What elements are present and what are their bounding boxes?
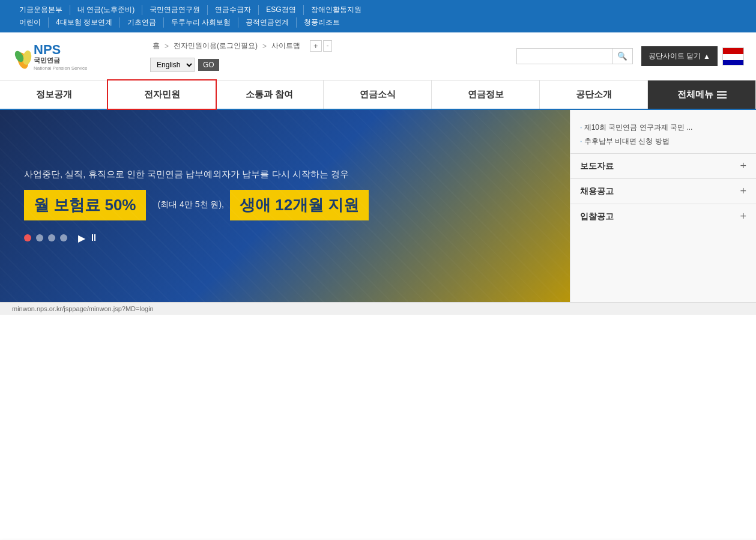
all-menu-label: 전체메뉴 bbox=[677, 89, 713, 100]
font-controls: + - bbox=[307, 40, 334, 52]
sidebar-section-recruit[interactable]: 채용공고 + bbox=[570, 178, 756, 204]
banner-pause-btn[interactable]: ⏸ bbox=[89, 232, 98, 244]
top-link-11[interactable]: 공적연금연계 bbox=[238, 17, 297, 28]
nav-item-eminjeon[interactable]: 전자민원 bbox=[107, 79, 217, 110]
font-size-minus-btn[interactable]: - bbox=[323, 40, 333, 52]
banner-highlight2: 생애 12개월 지원 bbox=[230, 190, 369, 220]
banner-highlight1: 월 보험료 50% bbox=[24, 190, 146, 220]
font-size-plus-btn[interactable]: + bbox=[310, 40, 322, 52]
nav-item-pension[interactable]: 연금정보 bbox=[432, 80, 540, 109]
sidebar-news-item-1[interactable]: 제10회 국민연금 연구과제 국민 ... bbox=[580, 121, 746, 135]
content-area: 사업중단, 실직, 휴직으로 인한 국민연금 납부예외자가 납부를 다시 시작하… bbox=[0, 110, 756, 302]
sidebar-section-press[interactable]: 보도자료 + bbox=[570, 153, 756, 178]
breadcrumb-login[interactable]: 전자민원이용(로그인필요) bbox=[171, 41, 260, 51]
sidebar-section-bid-title: 입찰공고 bbox=[580, 211, 614, 222]
banner-dots: ▶ ⏸ bbox=[24, 232, 546, 244]
banner-play-btn[interactable]: ▶ bbox=[78, 232, 85, 244]
banner-dot-4[interactable] bbox=[60, 234, 67, 241]
status-url: minwon.nps.or.kr/jsppage/minwon.jsp?MD=l… bbox=[12, 305, 154, 312]
nps-logo: NPS 국민연금 National Pension Service bbox=[12, 40, 108, 73]
top-link-5[interactable]: ESG경영 bbox=[259, 5, 303, 15]
top-link-9[interactable]: 기초연금 bbox=[120, 17, 164, 28]
nav-item-news[interactable]: 연금소식 bbox=[324, 80, 432, 109]
sidebar-news-section: 제10회 국민연금 연구과제 국민 ... 추후납부 비대면 신청 방법 bbox=[570, 116, 756, 153]
top-link-1[interactable]: 기금운용본부 bbox=[12, 5, 70, 15]
search-input[interactable] bbox=[516, 48, 612, 64]
close-site-label: 공단사이트 닫기 bbox=[649, 51, 701, 61]
nav-item-comm[interactable]: 소통과 참여 bbox=[216, 80, 324, 109]
svg-text:NPS: NPS bbox=[34, 42, 61, 57]
breadcrumb: 홈 > 전자민원이용(로그인필요) > 사이트맵 + - bbox=[150, 40, 504, 52]
top-bar-row2: 어린이 4대보험 정보연계 기초연금 두루누리 사회보험 공적연금연계 청풍리조… bbox=[12, 16, 744, 29]
nav-item-all[interactable]: 전체메뉴 bbox=[648, 80, 756, 109]
top-bar-row1: 기금운용본부 내 연금(노후준비) 국민연금연구원 연금수급자 ESG경영 장애… bbox=[12, 4, 744, 16]
status-bar: minwon.nps.or.kr/jsppage/minwon.jsp?MD=l… bbox=[0, 302, 756, 315]
logo-area: NPS 국민연금 National Pension Service bbox=[12, 40, 144, 73]
banner-dot-1[interactable] bbox=[24, 234, 31, 241]
sidebar-section-bid[interactable]: 입찰공고 + bbox=[570, 204, 756, 229]
top-link-7[interactable]: 어린이 bbox=[12, 17, 49, 28]
banner-area: 사업중단, 실직, 휴직으로 인한 국민연금 납부예외자가 납부를 다시 시작하… bbox=[0, 110, 570, 302]
sidebar-section-recruit-plus: + bbox=[740, 185, 746, 198]
top-link-2[interactable]: 내 연금(노후준비) bbox=[70, 5, 142, 15]
sidebar: 제10회 국민연금 연구과제 국민 ... 추후납부 비대면 신청 방법 보도자… bbox=[570, 110, 756, 302]
search-area: 🔍 bbox=[516, 48, 633, 64]
close-site-button[interactable]: 공단사이트 닫기 ▲ bbox=[641, 46, 718, 66]
sidebar-section-recruit-title: 채용공고 bbox=[580, 186, 614, 197]
sidebar-section-press-title: 보도자료 bbox=[580, 161, 614, 172]
flag-icon bbox=[722, 47, 744, 65]
top-bar: 기금운용본부 내 연금(노후준비) 국민연금연구원 연금수급자 ESG경영 장애… bbox=[0, 0, 756, 32]
top-link-3[interactable]: 국민연금연구원 bbox=[142, 5, 208, 15]
language-select[interactable]: English 한국어 bbox=[150, 58, 195, 72]
sidebar-section-bid-plus: + bbox=[740, 210, 746, 223]
hamburger-icon bbox=[717, 91, 727, 99]
top-link-8[interactable]: 4대보험 정보연계 bbox=[49, 17, 120, 28]
header: NPS 국민연금 National Pension Service 홈 > 전자… bbox=[0, 32, 756, 80]
banner-small-text: (최대 4만 5천 원), bbox=[158, 199, 224, 210]
language-go-button[interactable]: GO bbox=[198, 59, 219, 71]
banner-top-text: 사업중단, 실직, 휴직으로 인한 국민연금 납부예외자가 납부를 다시 시작하… bbox=[24, 169, 546, 180]
breadcrumb-sitemap[interactable]: 사이트맵 bbox=[269, 41, 303, 51]
top-link-4[interactable]: 연금수급자 bbox=[208, 5, 259, 15]
nav-item-about[interactable]: 공단소개 bbox=[540, 80, 648, 109]
banner-dot-2[interactable] bbox=[36, 234, 43, 241]
search-icon: 🔍 bbox=[617, 52, 627, 61]
top-link-6[interactable]: 장애인활동지원 bbox=[304, 5, 369, 15]
search-button[interactable]: 🔍 bbox=[612, 48, 633, 64]
svg-text:국민연금: 국민연금 bbox=[34, 56, 60, 64]
top-link-12[interactable]: 청풍리조트 bbox=[297, 17, 347, 28]
chevron-up-icon: ▲ bbox=[703, 52, 710, 61]
sidebar-section-press-plus: + bbox=[740, 160, 746, 172]
sidebar-news-item-2[interactable]: 추후납부 비대면 신청 방법 bbox=[580, 135, 746, 148]
top-link-10[interactable]: 두루누리 사회보험 bbox=[164, 17, 238, 28]
main-nav: 정보공개 전자민원 소통과 참여 연금소식 연금정보 공단소개 전체메뉴 bbox=[0, 80, 756, 110]
breadcrumb-home[interactable]: 홈 bbox=[150, 41, 162, 51]
svg-text:National Pension Service: National Pension Service bbox=[34, 65, 88, 71]
banner-dot-3[interactable] bbox=[48, 234, 55, 241]
nav-item-info[interactable]: 정보공개 bbox=[0, 80, 108, 109]
